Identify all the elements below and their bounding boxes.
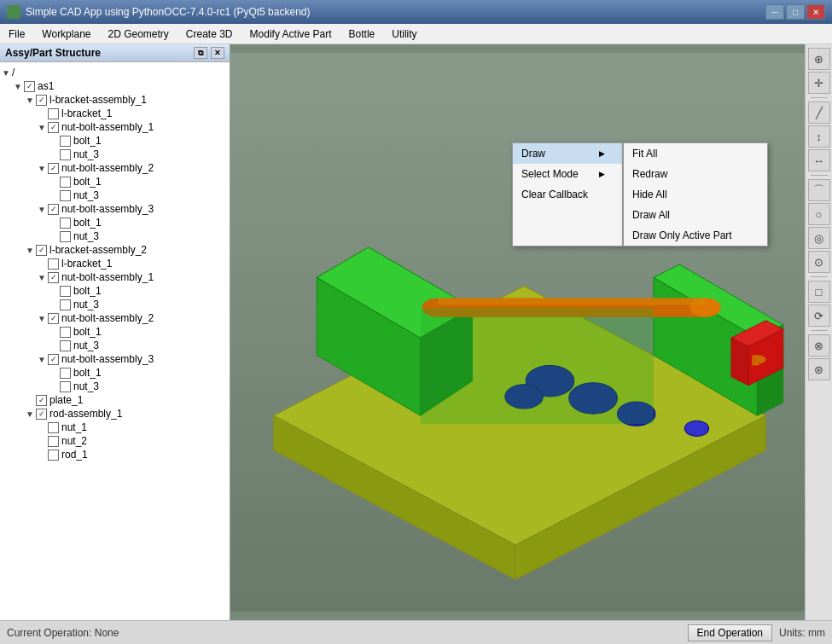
tree-checkbox[interactable] <box>60 286 71 297</box>
tree-item[interactable]: bolt_1 <box>0 325 230 339</box>
tool-horizontal[interactable]: ↔ <box>808 149 830 171</box>
menu-modify-active-part[interactable]: Modify Active Part <box>241 24 340 44</box>
ctx-draw-item[interactable]: Draw ▶ <box>513 143 622 164</box>
tool-vertical[interactable]: ↕ <box>808 125 830 148</box>
tree-item[interactable]: nut_2 <box>0 434 230 448</box>
viewport[interactable]: Draw ▶ Select Mode ▶ Clear Callback Fit … <box>230 44 805 620</box>
tree-checkbox[interactable] <box>36 245 47 256</box>
tree-expand-icon[interactable] <box>48 339 60 351</box>
tree-checkbox[interactable] <box>60 231 71 242</box>
tree-item[interactable]: nut_3 <box>0 189 230 202</box>
tree-checkbox[interactable] <box>60 340 71 351</box>
tree-checkbox[interactable] <box>60 136 71 147</box>
tree-checkbox[interactable] <box>60 368 71 379</box>
tree-checkbox[interactable] <box>36 95 47 106</box>
tree-item[interactable]: ▼as1 <box>0 79 230 93</box>
tool-chain[interactable]: ⊗ <box>808 334 830 357</box>
tool-add[interactable]: ✛ <box>808 72 830 94</box>
tool-point[interactable]: ◎ <box>808 227 830 249</box>
tree-checkbox[interactable] <box>48 108 59 119</box>
tree-checkbox[interactable] <box>48 450 59 461</box>
tree-checkbox[interactable] <box>60 218 71 229</box>
tool-arc[interactable]: ⌒ <box>808 179 830 201</box>
tree-expand-icon[interactable] <box>48 189 60 201</box>
close-button[interactable]: ✕ <box>806 4 825 20</box>
tree-item[interactable]: bolt_1 <box>0 134 230 148</box>
tree-checkbox[interactable] <box>36 409 47 420</box>
tree-expand-icon[interactable] <box>36 258 48 270</box>
tree-item[interactable]: ▼nut-bolt-assembly_2 <box>0 311 230 325</box>
tree-expand-icon[interactable] <box>48 217 60 229</box>
tree-expand-icon[interactable]: ▼ <box>0 67 12 78</box>
tree-expand-icon[interactable] <box>48 326 60 338</box>
tool-rect[interactable]: □ <box>808 281 830 303</box>
tree-expand-icon[interactable] <box>48 176 60 188</box>
tool-center[interactable]: ⊙ <box>808 251 830 273</box>
tree-checkbox[interactable] <box>24 81 35 92</box>
tree-expand-icon[interactable] <box>36 421 48 433</box>
tree-expand-icon[interactable] <box>48 285 60 297</box>
tree-expand-icon[interactable] <box>48 148 60 160</box>
tree-expand-icon[interactable] <box>48 367 60 379</box>
tree-item[interactable]: nut_1 <box>0 421 230 434</box>
menu-file[interactable]: File <box>0 24 33 44</box>
tree-item[interactable]: rod_1 <box>0 448 230 461</box>
tool-circle[interactable]: ○ <box>808 203 830 225</box>
tree-expand-icon[interactable]: ▼ <box>36 271 48 283</box>
tree-item[interactable]: l-bracket_1 <box>0 107 230 120</box>
tree-expand-icon[interactable] <box>36 107 48 119</box>
ctx-select-mode-item[interactable]: Select Mode ▶ <box>513 164 622 184</box>
ctx-draw-all-item[interactable]: Draw All <box>624 205 767 225</box>
tree-checkbox[interactable] <box>60 327 71 338</box>
tool-line[interactable]: ╱ <box>808 102 830 124</box>
tree-checkbox[interactable] <box>60 190 71 201</box>
menu-workplane[interactable]: Workplane <box>33 24 99 44</box>
tree-checkbox[interactable] <box>60 177 71 188</box>
ctx-redraw-item[interactable]: Redraw <box>624 164 767 184</box>
tree-expand-icon[interactable]: ▼ <box>36 121 48 133</box>
tree-item[interactable]: nut_3 <box>0 229 230 243</box>
tree-checkbox[interactable] <box>60 299 71 310</box>
end-operation-button[interactable]: End Operation <box>688 624 772 641</box>
tool-axis[interactable]: ⊕ <box>808 48 830 70</box>
tree-checkbox[interactable] <box>48 272 59 283</box>
tree-expand-icon[interactable] <box>48 135 60 147</box>
tree-checkbox[interactable] <box>48 313 59 324</box>
tree-checkbox[interactable] <box>48 163 59 174</box>
tree-expand-icon[interactable]: ▼ <box>24 408 36 420</box>
tree-item[interactable]: bolt_1 <box>0 216 230 229</box>
tree-item[interactable]: bolt_1 <box>0 366 230 380</box>
tree-expand-icon[interactable]: ▼ <box>24 94 36 106</box>
ctx-fit-all-item[interactable]: Fit All <box>624 143 767 164</box>
tree-item[interactable]: ▼rod-assembly_1 <box>0 407 230 421</box>
tree-expand-icon[interactable]: ▼ <box>12 80 24 92</box>
tree-item[interactable]: ▼nut-bolt-assembly_3 <box>0 352 230 366</box>
tree-item[interactable]: ▼nut-bolt-assembly_2 <box>0 161 230 175</box>
tree-item[interactable]: nut_3 <box>0 380 230 393</box>
tree-item[interactable]: ▼l-bracket-assembly_2 <box>0 243 230 257</box>
tree-checkbox[interactable] <box>36 395 47 406</box>
maximize-button[interactable]: □ <box>786 4 805 20</box>
tree-expand-icon[interactable] <box>36 435 48 447</box>
tree-item[interactable]: plate_1 <box>0 393 230 407</box>
tree-expand-icon[interactable]: ▼ <box>36 312 48 324</box>
tree-item[interactable]: nut_3 <box>0 298 230 311</box>
tool-rotate[interactable]: ⟳ <box>808 305 830 327</box>
tree-expand-icon[interactable] <box>48 380 60 392</box>
ctx-hide-all-item[interactable]: Hide All <box>624 184 767 205</box>
tree-item[interactable]: ▼/ <box>0 66 230 79</box>
tree-item[interactable]: ▼nut-bolt-assembly_3 <box>0 202 230 216</box>
minimize-button[interactable]: ─ <box>765 4 784 20</box>
menu-utility[interactable]: Utility <box>383 24 425 44</box>
tree-item[interactable]: nut_3 <box>0 148 230 161</box>
tree-checkbox[interactable] <box>60 149 71 160</box>
tree-item[interactable]: bolt_1 <box>0 284 230 298</box>
tree-item[interactable]: ▼l-bracket-assembly_1 <box>0 93 230 107</box>
tree-item[interactable]: ▼nut-bolt-assembly_1 <box>0 120 230 134</box>
tree-item[interactable]: nut_3 <box>0 339 230 352</box>
tool-pattern[interactable]: ⊛ <box>808 358 830 380</box>
tree-expand-icon[interactable]: ▼ <box>36 353 48 365</box>
tree-checkbox[interactable] <box>48 204 59 215</box>
tree-checkbox[interactable] <box>48 258 59 270</box>
menu-create-3d[interactable]: Create 3D <box>177 24 241 44</box>
